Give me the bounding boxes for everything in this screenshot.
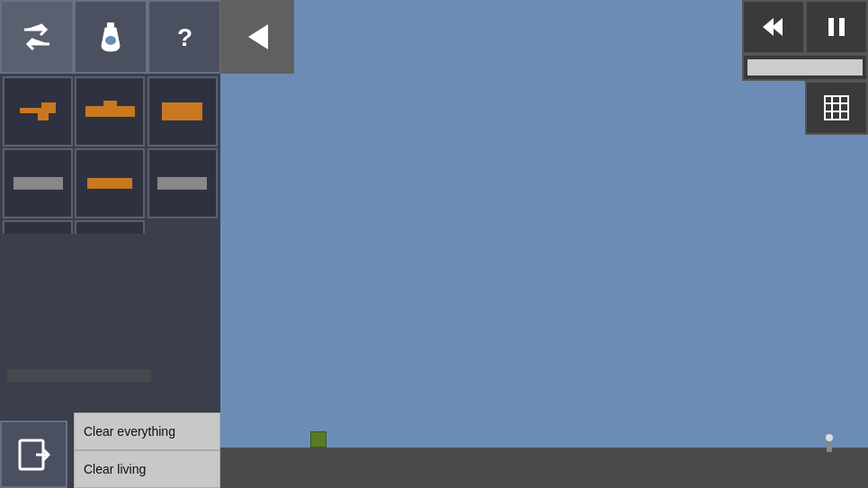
back-button[interactable] (220, 0, 294, 74)
ground (220, 448, 868, 488)
weapon-grid (0, 74, 220, 234)
context-menu: Clear everything Clear living (74, 413, 220, 488)
smg-weapon (162, 102, 202, 120)
potion-icon (94, 21, 127, 53)
svg-rect-10 (828, 18, 834, 36)
svg-rect-11 (839, 18, 845, 36)
weapon-cell-6[interactable] (148, 148, 218, 218)
back-panel (220, 0, 294, 74)
question-icon: ? (168, 21, 201, 53)
potion-button[interactable] (74, 0, 148, 74)
play-area[interactable] (220, 0, 868, 488)
help-button[interactable]: ? (148, 0, 221, 74)
svg-rect-16 (825, 96, 848, 120)
toolbar: ? (0, 0, 220, 74)
sidebar-bottom-area: Clear everything Clear living (0, 389, 220, 488)
sidebar: ? (0, 0, 220, 488)
rewind-button[interactable] (742, 0, 805, 54)
grid-icon (824, 95, 849, 120)
svg-rect-2 (107, 22, 114, 28)
clear-living-button[interactable]: Clear living (74, 450, 220, 488)
rifle-weapon (85, 106, 135, 117)
top-controls (742, 0, 868, 135)
swap-icon (21, 21, 53, 53)
progress-bar-container[interactable] (742, 54, 868, 81)
shotgun-weapon (87, 178, 132, 189)
back-arrow-icon (241, 21, 273, 53)
figure-body (827, 441, 832, 452)
grid-button[interactable] (805, 81, 868, 135)
weapon-cell-5[interactable] (75, 148, 145, 218)
weapon-cell-8[interactable] (75, 220, 145, 234)
pause-button[interactable] (805, 0, 868, 54)
control-row-top (742, 0, 868, 54)
rewind-icon (761, 14, 786, 40)
weapon-silhouette (7, 369, 151, 382)
weapon-cell-2[interactable] (75, 76, 145, 146)
swap-button[interactable] (0, 0, 74, 74)
main-container: ? (0, 0, 868, 488)
svg-point-3 (105, 36, 116, 45)
mg-weapon (13, 177, 63, 190)
figure-head (826, 434, 833, 441)
svg-marker-9 (763, 18, 774, 36)
figure-right (822, 434, 837, 452)
exit-icon (18, 439, 50, 471)
game-object (310, 431, 327, 448)
svg-marker-7 (248, 24, 268, 49)
lmg-weapon (157, 177, 207, 190)
pause-icon (824, 14, 849, 40)
clear-everything-button[interactable]: Clear everything (74, 413, 220, 450)
progress-bar (747, 59, 863, 75)
svg-text:?: ? (177, 23, 192, 51)
weapon-cell-3[interactable] (148, 76, 218, 146)
weapon-cell-4[interactable] (3, 148, 73, 218)
pistol-weapon (20, 102, 56, 120)
weapon-cell-1[interactable] (3, 76, 73, 146)
exit-button[interactable] (0, 421, 67, 488)
weapon-cell-7[interactable] (3, 220, 73, 234)
